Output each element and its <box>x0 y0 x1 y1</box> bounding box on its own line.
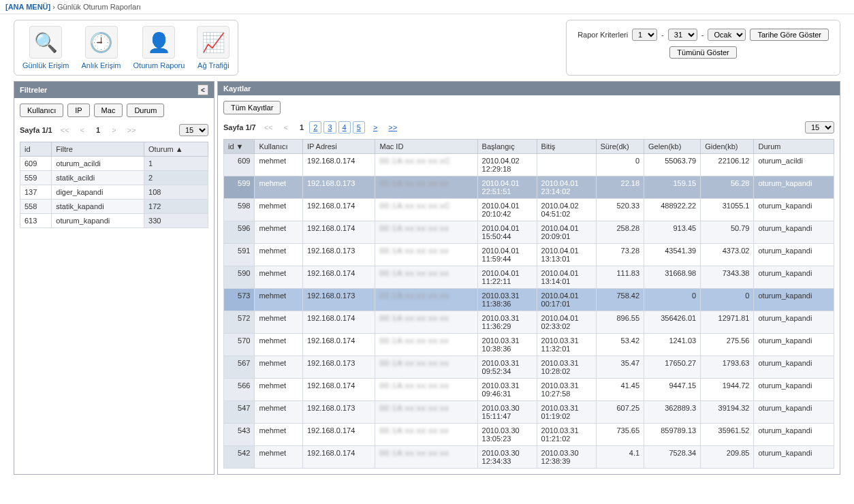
records-col-header[interactable]: Mac ID <box>375 140 477 154</box>
month-select[interactable]: Ocak <box>708 29 746 41</box>
pager-first: << <box>262 123 276 131</box>
toolbar-label: Oturum Raporu <box>133 61 185 69</box>
pager-next[interactable]: > <box>370 123 380 131</box>
filters-col-header[interactable]: id <box>20 142 52 157</box>
breadcrumb: [ANA MENÜ] › Günlük Oturum Raporları <box>0 0 854 14</box>
table-row[interactable]: 542mehmet192.168.0.17400:1A:xx:xx:xx:xx2… <box>224 446 834 469</box>
pager-page-1: 1 <box>296 123 307 132</box>
filters-col-header[interactable]: Oturum ▲ <box>144 142 208 157</box>
records-panel: Kayıtlar Tüm Kayıtlar Sayfa 1/7 << < 1 2… <box>217 81 840 475</box>
table-row[interactable]: 573mehmet192.168.0.17300:1A:xx:xx:xx:xx2… <box>224 289 834 311</box>
filters-panel: Filtreler < KullanıcıIPMacDurum Sayfa 1/… <box>14 81 215 475</box>
criteria-label: Rapor Kriterleri <box>578 31 628 39</box>
toolbar-icon: 🔍 <box>29 26 62 59</box>
pager-last[interactable]: >> <box>385 123 400 131</box>
breadcrumb-sep: › <box>52 3 55 11</box>
table-row[interactable]: 137diger_kapandi108 <box>20 185 208 200</box>
breadcrumb-home-link[interactable]: [ANA MENÜ] <box>5 3 50 11</box>
filters-perpage-select[interactable]: 15 <box>179 124 208 136</box>
table-row[interactable]: 558statik_kapandi172 <box>20 200 208 214</box>
table-row[interactable]: 566mehmet192.168.0.17400:1A:xx:xx:xx:xx2… <box>224 379 834 401</box>
pager-prev: < <box>281 123 291 131</box>
day-from-select[interactable]: 1 <box>632 29 657 41</box>
toolbar-icon: 🕘 <box>85 26 118 59</box>
table-row[interactable]: 598mehmet192.168.0.17400:1A:xx:xx:xx:xC2… <box>224 199 834 221</box>
pager-page-5[interactable]: 5 <box>353 121 365 133</box>
filters-table: idFiltreOturum ▲ 609oturum_acildi1559sta… <box>20 142 208 228</box>
toolbar-item-2[interactable]: 👤Oturum Raporu <box>133 26 185 69</box>
records-col-header[interactable]: Giden(kb) <box>701 140 754 154</box>
table-row[interactable]: 559statik_acildi2 <box>20 171 208 185</box>
records-table: id ▼KullanıcıIP AdresiMac IDBaşlangıçBit… <box>223 139 834 469</box>
records-pager-label: Sayfa 1/7 <box>223 123 256 131</box>
toolbar-item-0[interactable]: 🔍Günlük Erişim <box>22 26 69 69</box>
filter-tab-ip[interactable]: IP <box>67 104 89 117</box>
filter-tab-mac[interactable]: Mac <box>94 104 123 117</box>
collapse-left-icon[interactable]: < <box>197 84 208 95</box>
records-col-header[interactable]: id ▼ <box>224 140 255 154</box>
table-row[interactable]: 609mehmet192.168.0.17400:1A:xx:xx:xx:xC2… <box>224 154 834 176</box>
table-row[interactable]: 613oturum_kapandi330 <box>20 214 208 228</box>
records-col-header[interactable]: Durum <box>754 140 834 154</box>
toolbar-icon: 📈 <box>197 26 230 59</box>
table-row[interactable]: 572mehmet192.168.0.17400:1A:xx:xx:xx:xx2… <box>224 311 834 334</box>
table-row[interactable]: 596mehmet192.168.0.17400:1A:xx:xx:xx:xx2… <box>224 221 834 244</box>
filters-title: Filtreler <box>20 86 47 94</box>
toolbar-icon: 👤 <box>142 26 175 59</box>
pager-page-3[interactable]: 3 <box>323 121 336 133</box>
pager-first: << <box>58 126 72 134</box>
filters-pager-label: Sayfa 1/1 <box>20 126 52 134</box>
records-title: Kayıtlar <box>223 84 251 93</box>
toolbar: 🔍Günlük Erişim🕘Anlık Erişim👤Oturum Rapor… <box>14 20 238 76</box>
pager-page-1: 1 <box>93 125 104 135</box>
records-col-header[interactable]: IP Adresi <box>302 140 375 154</box>
report-criteria: Rapor Kriterleri 1 - 31 - Ocak Tarihe Gö… <box>566 20 840 76</box>
table-row[interactable]: 599mehmet192.168.0.17300:1A:xx:xx:xx:xx2… <box>224 176 834 199</box>
show-all-button[interactable]: Tümünü Göster <box>669 46 736 59</box>
pager-next: > <box>109 126 118 134</box>
pager-page-2[interactable]: 2 <box>309 121 321 133</box>
toolbar-label: Günlük Erişim <box>22 61 69 69</box>
day-to-select[interactable]: 31 <box>668 29 697 41</box>
records-col-header[interactable]: Gelen(kb) <box>644 140 701 154</box>
table-row[interactable]: 567mehmet192.168.0.17300:1A:xx:xx:xx:xx2… <box>224 356 834 379</box>
records-col-header[interactable]: Süre(dk) <box>596 140 644 154</box>
records-col-header[interactable]: Kullanıcı <box>255 140 303 154</box>
pager-last: >> <box>125 126 139 134</box>
records-col-header[interactable]: Başlangıç <box>477 140 537 154</box>
filters-col-header[interactable]: Filtre <box>52 142 144 157</box>
toolbar-label: Anlık Erişim <box>81 61 121 69</box>
table-row[interactable]: 547mehmet192.168.0.17300:1A:xx:xx:xx:xx2… <box>224 401 834 424</box>
table-row[interactable]: 590mehmet192.168.0.17400:1A:xx:xx:xx:xx2… <box>224 266 834 289</box>
records-col-header[interactable]: Bitiş <box>537 140 596 154</box>
filter-tab-kullanıcı[interactable]: Kullanıcı <box>20 104 63 117</box>
toolbar-label: Ağ Trafiği <box>197 61 230 69</box>
table-row[interactable]: 591mehmet192.168.0.17300:1A:xx:xx:xx:xx2… <box>224 244 834 266</box>
filter-tab-durum[interactable]: Durum <box>127 104 164 117</box>
records-perpage-select[interactable]: 15 <box>805 121 834 133</box>
table-row[interactable]: 543mehmet192.168.0.17400:1A:xx:xx:xx:xx2… <box>224 424 834 446</box>
pager-page-4[interactable]: 4 <box>338 121 351 133</box>
toolbar-item-3[interactable]: 📈Ağ Trafiği <box>197 26 230 69</box>
table-row[interactable]: 609oturum_acildi1 <box>20 157 208 171</box>
toolbar-item-1[interactable]: 🕘Anlık Erişim <box>81 26 121 69</box>
show-by-date-button[interactable]: Tarihe Göre Göster <box>750 29 829 41</box>
table-row[interactable]: 570mehmet192.168.0.17400:1A:xx:xx:xx:xx2… <box>224 334 834 356</box>
all-records-button[interactable]: Tüm Kayıtlar <box>223 101 281 114</box>
pager-prev: < <box>78 126 87 134</box>
breadcrumb-current: Günlük Oturum Raporları <box>57 3 141 11</box>
